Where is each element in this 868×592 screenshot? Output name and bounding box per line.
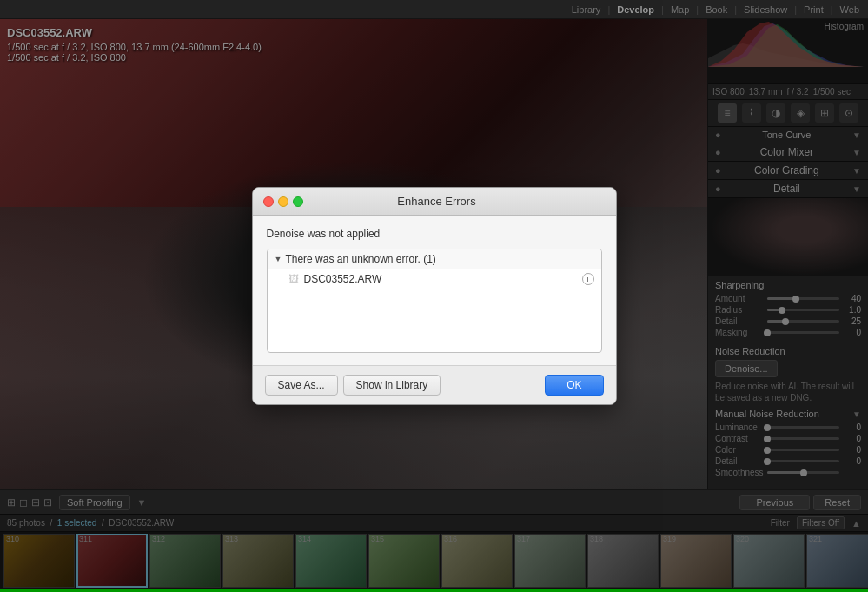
modal-footer: Save As... Show in Library OK (253, 365, 616, 404)
info-icon[interactable]: i (582, 273, 594, 285)
tree-triangle[interactable]: ▼ (275, 255, 282, 263)
file-row: 🖼 DSC03552.ARW i (268, 269, 601, 289)
error-text: There was an unknown error. (1) (285, 253, 435, 265)
enhance-errors-modal: Enhance Errors Denoise was not applied ▼… (252, 187, 617, 405)
modal-title: Enhance Errors (268, 195, 606, 208)
show-in-library-button[interactable]: Show in Library (343, 375, 441, 396)
error-parent-row: ▼ There was an unknown error. (1) (268, 249, 601, 269)
save-as-button[interactable]: Save As... (265, 375, 338, 396)
modal-message: Denoise was not applied (267, 228, 602, 240)
ok-button[interactable]: OK (545, 375, 603, 396)
modal-left-buttons: Save As... Show in Library (265, 375, 441, 396)
file-name: DSC03552.ARW (304, 273, 577, 285)
modal-body: Denoise was not applied ▼ There was an u… (253, 216, 616, 365)
modal-titlebar: Enhance Errors (253, 188, 616, 216)
error-tree: ▼ There was an unknown error. (1) 🖼 DSC0… (267, 249, 602, 353)
modal-overlay: Enhance Errors Denoise was not applied ▼… (0, 0, 868, 592)
file-icon: 🖼 (288, 273, 299, 285)
